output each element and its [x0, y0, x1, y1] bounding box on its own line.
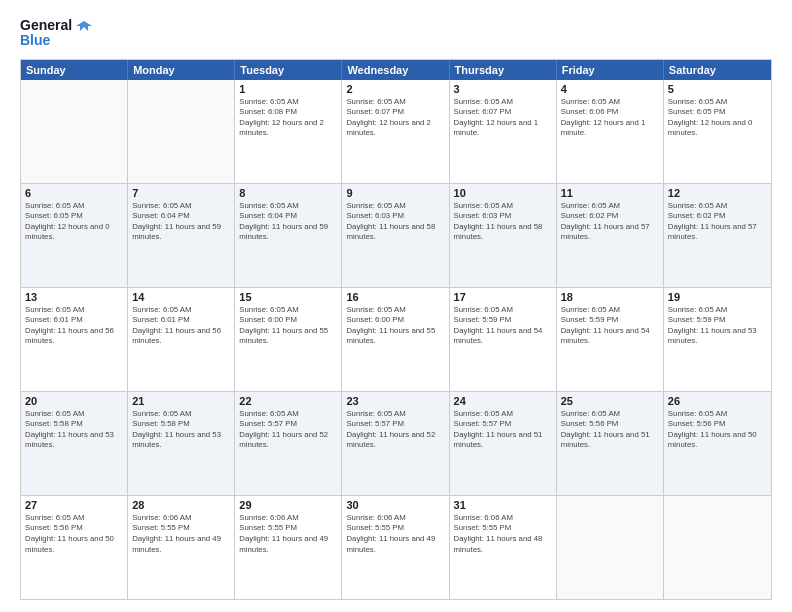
calendar-cell-empty	[128, 80, 235, 183]
day-number: 5	[668, 83, 767, 95]
calendar-cell-day-18: 18Sunrise: 6:05 AM Sunset: 5:59 PM Dayli…	[557, 288, 664, 391]
cell-sun-info: Sunrise: 6:05 AM Sunset: 5:56 PM Dayligh…	[668, 409, 767, 451]
cell-sun-info: Sunrise: 6:05 AM Sunset: 6:07 PM Dayligh…	[346, 97, 444, 139]
cell-sun-info: Sunrise: 6:05 AM Sunset: 6:01 PM Dayligh…	[132, 305, 230, 347]
day-number: 9	[346, 187, 444, 199]
calendar-cell-day-25: 25Sunrise: 6:05 AM Sunset: 5:56 PM Dayli…	[557, 392, 664, 495]
cell-sun-info: Sunrise: 6:05 AM Sunset: 6:00 PM Dayligh…	[239, 305, 337, 347]
cell-sun-info: Sunrise: 6:06 AM Sunset: 5:55 PM Dayligh…	[346, 513, 444, 555]
cell-sun-info: Sunrise: 6:05 AM Sunset: 6:08 PM Dayligh…	[239, 97, 337, 139]
calendar-week-1: 1Sunrise: 6:05 AM Sunset: 6:08 PM Daylig…	[21, 80, 771, 184]
day-header-saturday: Saturday	[664, 60, 771, 80]
calendar-cell-day-2: 2Sunrise: 6:05 AM Sunset: 6:07 PM Daylig…	[342, 80, 449, 183]
calendar-body: 1Sunrise: 6:05 AM Sunset: 6:08 PM Daylig…	[21, 80, 771, 599]
day-number: 27	[25, 499, 123, 511]
cell-sun-info: Sunrise: 6:05 AM Sunset: 6:01 PM Dayligh…	[25, 305, 123, 347]
general-text: General	[20, 18, 72, 33]
calendar-cell-day-21: 21Sunrise: 6:05 AM Sunset: 5:58 PM Dayli…	[128, 392, 235, 495]
cell-sun-info: Sunrise: 6:05 AM Sunset: 5:59 PM Dayligh…	[561, 305, 659, 347]
day-header-sunday: Sunday	[21, 60, 128, 80]
day-number: 18	[561, 291, 659, 303]
calendar-cell-day-27: 27Sunrise: 6:05 AM Sunset: 5:56 PM Dayli…	[21, 496, 128, 599]
cell-sun-info: Sunrise: 6:05 AM Sunset: 6:02 PM Dayligh…	[561, 201, 659, 243]
day-number: 7	[132, 187, 230, 199]
calendar-week-5: 27Sunrise: 6:05 AM Sunset: 5:56 PM Dayli…	[21, 496, 771, 599]
day-number: 8	[239, 187, 337, 199]
cell-sun-info: Sunrise: 6:05 AM Sunset: 6:04 PM Dayligh…	[239, 201, 337, 243]
cell-sun-info: Sunrise: 6:05 AM Sunset: 6:02 PM Dayligh…	[668, 201, 767, 243]
calendar-week-2: 6Sunrise: 6:05 AM Sunset: 6:05 PM Daylig…	[21, 184, 771, 288]
cell-sun-info: Sunrise: 6:05 AM Sunset: 5:58 PM Dayligh…	[25, 409, 123, 451]
day-number: 24	[454, 395, 552, 407]
calendar-cell-day-8: 8Sunrise: 6:05 AM Sunset: 6:04 PM Daylig…	[235, 184, 342, 287]
day-number: 2	[346, 83, 444, 95]
logo: General Blue	[20, 18, 94, 49]
cell-sun-info: Sunrise: 6:05 AM Sunset: 6:04 PM Dayligh…	[132, 201, 230, 243]
calendar-cell-day-30: 30Sunrise: 6:06 AM Sunset: 5:55 PM Dayli…	[342, 496, 449, 599]
cell-sun-info: Sunrise: 6:05 AM Sunset: 5:59 PM Dayligh…	[668, 305, 767, 347]
calendar-week-3: 13Sunrise: 6:05 AM Sunset: 6:01 PM Dayli…	[21, 288, 771, 392]
calendar-cell-day-11: 11Sunrise: 6:05 AM Sunset: 6:02 PM Dayli…	[557, 184, 664, 287]
day-number: 30	[346, 499, 444, 511]
cell-sun-info: Sunrise: 6:05 AM Sunset: 5:56 PM Dayligh…	[561, 409, 659, 451]
calendar-cell-day-26: 26Sunrise: 6:05 AM Sunset: 5:56 PM Dayli…	[664, 392, 771, 495]
day-number: 31	[454, 499, 552, 511]
calendar-cell-day-16: 16Sunrise: 6:05 AM Sunset: 6:00 PM Dayli…	[342, 288, 449, 391]
day-number: 10	[454, 187, 552, 199]
calendar-cell-day-9: 9Sunrise: 6:05 AM Sunset: 6:03 PM Daylig…	[342, 184, 449, 287]
calendar-cell-empty	[21, 80, 128, 183]
cell-sun-info: Sunrise: 6:05 AM Sunset: 5:56 PM Dayligh…	[25, 513, 123, 555]
day-number: 1	[239, 83, 337, 95]
day-header-wednesday: Wednesday	[342, 60, 449, 80]
calendar-cell-day-1: 1Sunrise: 6:05 AM Sunset: 6:08 PM Daylig…	[235, 80, 342, 183]
cell-sun-info: Sunrise: 6:05 AM Sunset: 5:57 PM Dayligh…	[239, 409, 337, 451]
day-number: 4	[561, 83, 659, 95]
calendar-cell-day-24: 24Sunrise: 6:05 AM Sunset: 5:57 PM Dayli…	[450, 392, 557, 495]
cell-sun-info: Sunrise: 6:05 AM Sunset: 6:07 PM Dayligh…	[454, 97, 552, 139]
calendar-cell-empty	[664, 496, 771, 599]
day-number: 20	[25, 395, 123, 407]
calendar-cell-day-17: 17Sunrise: 6:05 AM Sunset: 5:59 PM Dayli…	[450, 288, 557, 391]
day-header-friday: Friday	[557, 60, 664, 80]
calendar-week-4: 20Sunrise: 6:05 AM Sunset: 5:58 PM Dayli…	[21, 392, 771, 496]
day-number: 19	[668, 291, 767, 303]
cell-sun-info: Sunrise: 6:05 AM Sunset: 6:06 PM Dayligh…	[561, 97, 659, 139]
day-header-thursday: Thursday	[450, 60, 557, 80]
day-number: 13	[25, 291, 123, 303]
cell-sun-info: Sunrise: 6:05 AM Sunset: 6:05 PM Dayligh…	[25, 201, 123, 243]
day-header-tuesday: Tuesday	[235, 60, 342, 80]
cell-sun-info: Sunrise: 6:05 AM Sunset: 5:57 PM Dayligh…	[346, 409, 444, 451]
day-number: 6	[25, 187, 123, 199]
cell-sun-info: Sunrise: 6:06 AM Sunset: 5:55 PM Dayligh…	[239, 513, 337, 555]
cell-sun-info: Sunrise: 6:05 AM Sunset: 6:03 PM Dayligh…	[346, 201, 444, 243]
calendar-cell-day-12: 12Sunrise: 6:05 AM Sunset: 6:02 PM Dayli…	[664, 184, 771, 287]
day-number: 28	[132, 499, 230, 511]
day-number: 22	[239, 395, 337, 407]
day-number: 26	[668, 395, 767, 407]
calendar-header: SundayMondayTuesdayWednesdayThursdayFrid…	[21, 60, 771, 80]
cell-sun-info: Sunrise: 6:06 AM Sunset: 5:55 PM Dayligh…	[454, 513, 552, 555]
day-number: 3	[454, 83, 552, 95]
cell-sun-info: Sunrise: 6:05 AM Sunset: 6:05 PM Dayligh…	[668, 97, 767, 139]
calendar-cell-day-20: 20Sunrise: 6:05 AM Sunset: 5:58 PM Dayli…	[21, 392, 128, 495]
calendar-cell-day-14: 14Sunrise: 6:05 AM Sunset: 6:01 PM Dayli…	[128, 288, 235, 391]
calendar-cell-day-29: 29Sunrise: 6:06 AM Sunset: 5:55 PM Dayli…	[235, 496, 342, 599]
day-number: 17	[454, 291, 552, 303]
calendar-cell-day-22: 22Sunrise: 6:05 AM Sunset: 5:57 PM Dayli…	[235, 392, 342, 495]
logo-bird-icon	[74, 19, 94, 33]
cell-sun-info: Sunrise: 6:05 AM Sunset: 5:57 PM Dayligh…	[454, 409, 552, 451]
calendar-cell-day-5: 5Sunrise: 6:05 AM Sunset: 6:05 PM Daylig…	[664, 80, 771, 183]
day-header-monday: Monday	[128, 60, 235, 80]
cell-sun-info: Sunrise: 6:05 AM Sunset: 5:58 PM Dayligh…	[132, 409, 230, 451]
day-number: 25	[561, 395, 659, 407]
calendar-cell-day-7: 7Sunrise: 6:05 AM Sunset: 6:04 PM Daylig…	[128, 184, 235, 287]
day-number: 23	[346, 395, 444, 407]
day-number: 29	[239, 499, 337, 511]
cell-sun-info: Sunrise: 6:06 AM Sunset: 5:55 PM Dayligh…	[132, 513, 230, 555]
calendar-cell-day-4: 4Sunrise: 6:05 AM Sunset: 6:06 PM Daylig…	[557, 80, 664, 183]
calendar-cell-day-3: 3Sunrise: 6:05 AM Sunset: 6:07 PM Daylig…	[450, 80, 557, 183]
svg-marker-0	[76, 21, 92, 31]
page-header: General Blue	[20, 18, 772, 49]
day-number: 12	[668, 187, 767, 199]
calendar-cell-day-15: 15Sunrise: 6:05 AM Sunset: 6:00 PM Dayli…	[235, 288, 342, 391]
